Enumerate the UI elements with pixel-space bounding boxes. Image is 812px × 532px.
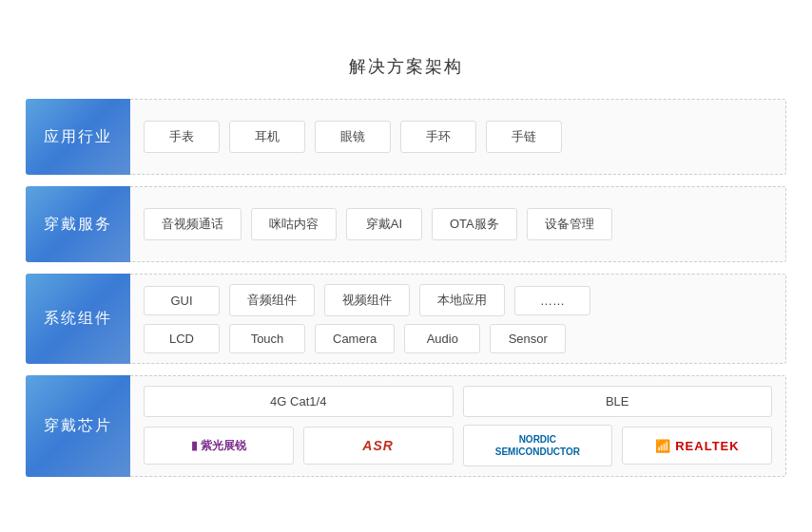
page: 解决方案架构 应用行业手表耳机眼镜手环手链穿戴服务音视频通话咪咕内容穿戴AIOT… <box>16 36 796 496</box>
chip-components-0-4: …… <box>514 286 590 315</box>
chip-services-0-3: OTA服务 <box>432 208 517 240</box>
row-label-chips: 穿戴芯片 <box>26 375 130 477</box>
chip-components-0-1: 音频组件 <box>229 284 315 316</box>
chip-components-0-3: 本地应用 <box>419 284 505 316</box>
brand-logo-nordic: NORDICSEMICONDUCTOR <box>495 433 580 458</box>
chip-line-components-0: GUI音频组件视频组件本地应用…… <box>144 284 772 316</box>
row-components: 系统组件GUI音频组件视频组件本地应用……LCDTouchCameraAudio… <box>26 274 786 364</box>
row-content-industry: 手表耳机眼镜手环手链 <box>130 99 786 175</box>
brand-logo-asr: ASR <box>362 438 394 453</box>
chip-services-0-4: 设备管理 <box>527 208 612 240</box>
chip-services-0-1: 咪咕内容 <box>251 208 337 240</box>
row-content-components: GUI音频组件视频组件本地应用……LCDTouchCameraAudioSens… <box>130 274 786 364</box>
row-label-components: 系统组件 <box>26 274 130 364</box>
chip-chips-top-0: 4G Cat1/4 <box>144 386 454 417</box>
chip-services-0-2: 穿戴AI <box>346 208 422 240</box>
row-services: 穿戴服务音视频通话咪咕内容穿戴AIOTA服务设备管理 <box>26 186 786 262</box>
chip-line-services-0: 音视频通话咪咕内容穿戴AIOTA服务设备管理 <box>144 208 772 240</box>
chip-components-1-2: Camera <box>315 324 395 353</box>
row-content-services: 音视频通话咪咕内容穿戴AIOTA服务设备管理 <box>130 186 786 262</box>
page-title: 解决方案架构 <box>26 55 786 78</box>
brand-chip-0: ▮ 紫光展锐 <box>144 427 294 465</box>
rows-container: 应用行业手表耳机眼镜手环手链穿戴服务音视频通话咪咕内容穿戴AIOTA服务设备管理… <box>26 99 786 477</box>
brand-logo-realtek: 📶 REALTEK <box>655 439 740 453</box>
row-chips: 穿戴芯片4G Cat1/4BLE▮ 紫光展锐ASRNORDICSEMICONDU… <box>26 375 786 477</box>
chip-top-row: 4G Cat1/4BLE <box>144 386 772 417</box>
chip-line-components-1: LCDTouchCameraAudioSensor <box>144 324 772 353</box>
brand-chip-2: NORDICSEMICONDUCTOR <box>463 425 613 466</box>
row-label-industry: 应用行业 <box>26 99 130 175</box>
chip-components-1-3: Audio <box>404 324 480 353</box>
chip-industry-0-2: 眼镜 <box>315 121 391 153</box>
chip-services-0-0: 音视频通话 <box>144 208 242 240</box>
chip-components-0-0: GUI <box>144 286 220 315</box>
brand-chip-1: ASR <box>303 427 454 465</box>
row-content-chips: 4G Cat1/4BLE▮ 紫光展锐ASRNORDICSEMICONDUCTOR… <box>130 375 786 477</box>
row-industry: 应用行业手表耳机眼镜手环手链 <box>26 99 786 175</box>
row-label-services: 穿戴服务 <box>26 186 130 262</box>
chip-chips-top-1: BLE <box>463 386 773 417</box>
chip-components-1-1: Touch <box>229 324 305 353</box>
brand-chip-3: 📶 REALTEK <box>622 427 772 465</box>
chip-components-0-2: 视频组件 <box>324 284 410 316</box>
chip-industry-0-3: 手环 <box>400 121 476 153</box>
chip-industry-0-1: 耳机 <box>229 121 305 153</box>
chip-components-1-0: LCD <box>144 324 220 353</box>
chip-line-industry-0: 手表耳机眼镜手环手链 <box>144 121 772 153</box>
chip-components-1-4: Sensor <box>490 324 566 353</box>
brand-logo-purple: ▮ 紫光展锐 <box>191 438 246 454</box>
chip-industry-0-0: 手表 <box>144 121 220 153</box>
brand-row: ▮ 紫光展锐ASRNORDICSEMICONDUCTOR📶 REALTEK <box>144 425 772 466</box>
chip-industry-0-4: 手链 <box>486 121 562 153</box>
